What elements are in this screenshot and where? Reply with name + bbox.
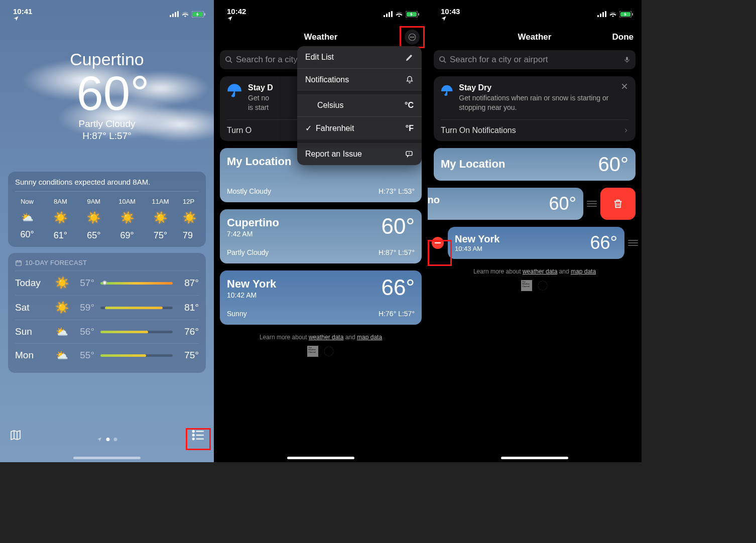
footer-attribution: Learn more about weather data and map da… <box>214 334 428 341</box>
search-placeholder: Search for a city or airport <box>450 55 623 65</box>
drag-handle[interactable] <box>583 201 600 207</box>
hour-cell: 9AM☀️65° <box>82 198 106 241</box>
footer-attribution: Learn more about weather data and map da… <box>428 268 642 275</box>
svg-rect-26 <box>597 15 599 17</box>
page-title: Weather <box>304 32 338 42</box>
city-name: upertino <box>428 194 440 206</box>
svg-point-19 <box>410 37 411 38</box>
umbrella-icon <box>441 83 453 98</box>
current-temp: 60° <box>12 69 214 117</box>
menu-item[interactable]: Edit List <box>297 46 422 69</box>
drag-handle[interactable] <box>624 240 642 246</box>
svg-point-33 <box>440 57 444 61</box>
tenday-row[interactable]: Today☀️57°87° <box>15 270 199 295</box>
umbrella-icon <box>227 83 242 98</box>
list-icon[interactable] <box>192 430 205 441</box>
city-card[interactable]: Cupertino7:42 AM60°Partly CloudyH:87° L:… <box>220 209 422 263</box>
svg-point-20 <box>412 37 413 38</box>
bottom-toolbar <box>0 419 214 462</box>
calendar-icon <box>15 259 22 266</box>
current-hilo: H:87° L:57° <box>0 130 214 142</box>
status-bar: 10:41 <box>0 0 214 22</box>
weather-list-screen: 10:42 Weather Search for a city or airpo… <box>214 0 428 462</box>
map-icon[interactable] <box>9 429 22 441</box>
chevron-right-icon <box>623 127 628 134</box>
weather-data-link[interactable]: weather data <box>523 268 557 275</box>
svg-rect-27 <box>600 14 601 17</box>
menu-item[interactable]: ✓Fahrenheit°F <box>297 117 422 143</box>
svg-rect-2 <box>175 12 176 17</box>
myloc-temp: 60° <box>598 153 629 176</box>
hour-cell: 11AM☀️75° <box>149 198 173 241</box>
status-bar: 10:43 <box>428 0 642 22</box>
svg-rect-12 <box>386 14 388 17</box>
svg-rect-17 <box>418 13 419 16</box>
city-card[interactable]: New York10:42 AM66°SunnyH:76° L:57° <box>220 270 422 325</box>
city-time: 10:43 AM <box>455 245 499 252</box>
mic-icon[interactable] <box>623 55 631 64</box>
svg-rect-11 <box>384 15 385 17</box>
current-condition: Partly Cloudy <box>0 118 214 129</box>
hour-cell: 10AM☀️69° <box>115 198 139 241</box>
map-data-link[interactable]: map data <box>571 268 596 275</box>
svg-rect-0 <box>170 15 171 17</box>
home-indicator[interactable] <box>73 457 141 459</box>
done-button[interactable]: Done <box>612 32 634 42</box>
home-indicator[interactable] <box>501 457 568 459</box>
tenday-row[interactable]: Mon⛅55°75° <box>15 343 199 367</box>
svg-rect-14 <box>391 11 393 17</box>
weather-data-link[interactable]: weather data <box>309 334 343 341</box>
menu-item[interactable]: Celsius°C <box>297 94 422 117</box>
svg-rect-3 <box>177 11 179 17</box>
search-icon <box>225 56 233 64</box>
tenday-header: 10-DAY FORECAST <box>15 259 199 270</box>
forecast-summary: Sunny conditions expected around 8AM. <box>15 178 199 192</box>
options-menu: Edit ListNotificationsCelsius°C✓Fahrenhe… <box>297 46 422 165</box>
svg-rect-32 <box>632 13 633 16</box>
battery-charging-icon <box>192 11 206 18</box>
notif-title: Stay D <box>248 83 273 92</box>
status-time: 10:42 <box>227 7 248 22</box>
more-button[interactable] <box>405 30 420 45</box>
svg-rect-29 <box>605 11 606 17</box>
hourly-forecast-card[interactable]: Sunny conditions expected around 8AM. No… <box>8 172 206 247</box>
my-location-card[interactable]: My Location 60° <box>434 148 636 181</box>
close-icon[interactable] <box>620 82 628 90</box>
menu-item[interactable]: Notifications <box>297 69 422 94</box>
city-edit-row[interactable]: upertino 43 AM 60° <box>428 188 642 220</box>
city-time: 43 AM <box>428 206 440 213</box>
home-indicator[interactable] <box>287 457 354 459</box>
svg-rect-13 <box>389 12 390 17</box>
status-time: 10:41 <box>13 7 35 22</box>
menu-item[interactable]: Report an Issue <box>297 143 422 165</box>
search-field[interactable]: Search for a city or airport <box>434 50 636 69</box>
remove-circle-button[interactable] <box>432 237 444 249</box>
weather-detail-screen: 10:41 Cupertino 60° Partly Cloudy H:87° … <box>0 0 214 462</box>
svg-point-21 <box>413 37 414 38</box>
page-dots[interactable] <box>97 437 117 442</box>
city-edit-row[interactable]: New York 10:43 AM 66° <box>428 227 642 259</box>
hour-cell: Now⛅60° <box>15 198 39 241</box>
svg-rect-7 <box>16 260 22 265</box>
status-bar: 10:42 <box>214 0 428 22</box>
svg-rect-6 <box>204 13 205 16</box>
tenday-row[interactable]: Sat☀️59°81° <box>15 295 199 320</box>
weather-edit-screen: 10:43 Weather Done Search for a city or … <box>428 0 642 462</box>
hourly-row[interactable]: Now⛅60°8AM☀️61°9AM☀️65°10AM☀️69°11AM☀️75… <box>15 192 199 241</box>
svg-rect-1 <box>172 14 174 17</box>
wifi-icon <box>181 11 189 17</box>
map-data-link[interactable]: map data <box>357 334 382 341</box>
status-time: 10:43 <box>441 7 462 22</box>
city-name: New York <box>455 233 499 245</box>
delete-button[interactable] <box>600 188 636 220</box>
svg-point-8 <box>193 431 194 432</box>
notif-title: Stay Dry <box>459 83 628 92</box>
svg-rect-28 <box>602 12 604 17</box>
tenday-row[interactable]: Sun⛅56°76° <box>15 320 199 343</box>
nav-header: Weather Done <box>428 24 642 50</box>
notification-prompt-card: Stay Dry Get notifications when rain or … <box>434 76 636 141</box>
dark-sky-logo <box>537 280 548 291</box>
svg-point-22 <box>226 57 230 61</box>
tenday-forecast-card[interactable]: 10-DAY FORECAST Today☀️57°87°Sat☀️59°81°… <box>8 253 206 373</box>
turn-on-notifications[interactable]: Turn On Notifications <box>441 119 628 141</box>
